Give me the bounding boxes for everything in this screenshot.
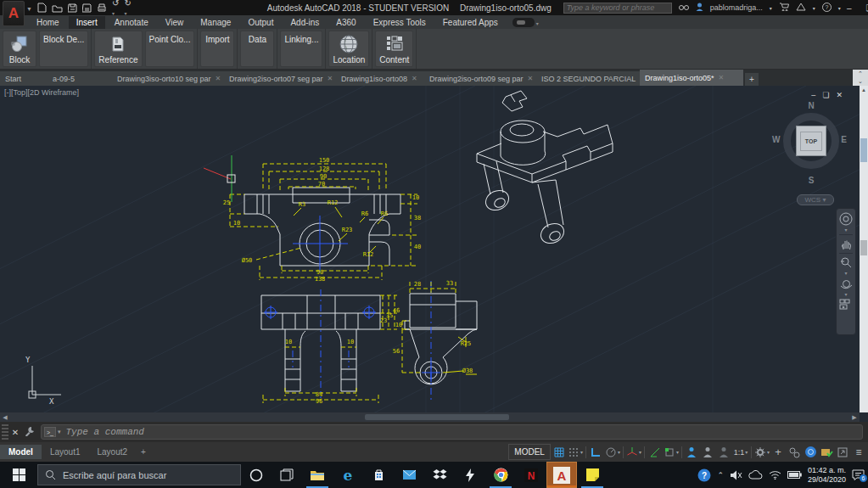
tab-close-icon[interactable]: ✕ xyxy=(328,75,333,82)
ribbon-tab-annotate[interactable]: Annotate xyxy=(107,16,156,29)
taskbar-search-box[interactable]: Escribe aquí para buscar xyxy=(37,464,241,485)
file-tab-drawing1iso-orto08[interactable]: Drawing1iso-orto08✕ xyxy=(336,71,424,86)
wifi-icon[interactable] xyxy=(769,470,781,480)
polar-tracking-icon[interactable]: ▾ xyxy=(605,444,620,460)
zoom-caret-icon[interactable]: ▾ xyxy=(844,272,847,275)
vertical-scroll-thumb[interactable] xyxy=(860,138,867,162)
plot-icon[interactable] xyxy=(97,3,107,13)
viewcube-north[interactable]: N xyxy=(773,101,849,110)
snap-mode-icon[interactable]: ▾ xyxy=(568,444,583,460)
hardware-acceleration-icon[interactable] xyxy=(803,444,818,460)
annotation-autoscale-icon[interactable] xyxy=(701,444,716,460)
point-cloud-button[interactable]: Point Clo... xyxy=(145,31,195,67)
file-tab-start[interactable]: Start xyxy=(0,71,48,86)
command-customize-wrench-icon[interactable] xyxy=(22,426,37,438)
layout-tab-layout2[interactable]: Layout2 xyxy=(88,445,136,459)
file-tab-drawing3iso-orto10[interactable]: Drawing3iso-orto10 seg par✕ xyxy=(112,71,224,86)
wheel-caret-icon[interactable]: ▾ xyxy=(844,228,847,232)
ribbon-tab-output[interactable]: Output xyxy=(240,16,281,29)
zoom-magnifier-icon[interactable] xyxy=(840,256,853,269)
new-tab-button[interactable]: + xyxy=(745,73,759,86)
onedrive-cloud-icon[interactable] xyxy=(748,470,763,480)
maximize-button[interactable]: ❏ xyxy=(861,3,868,13)
open-file-icon[interactable] xyxy=(52,3,63,13)
save-as-icon[interactable] xyxy=(82,3,92,13)
volume-muted-icon[interactable] xyxy=(730,470,742,480)
drawing-svg[interactable]: Y X 15012890702510R3R12R6R6R23R12Ø501038… xyxy=(0,86,868,422)
layout-tab-layout1[interactable]: Layout1 xyxy=(42,445,89,459)
ribbon-tab-insert[interactable]: Insert xyxy=(69,16,105,29)
file-tab-drawing2iso-orto07[interactable]: Drawing2iso-orto07 seg par✕ xyxy=(224,71,336,86)
horizontal-scroll-thumb[interactable] xyxy=(365,414,509,420)
save-icon[interactable] xyxy=(68,3,77,13)
layout-tab-model[interactable]: Model xyxy=(0,445,42,459)
tray-expand-chevron-icon[interactable]: ⌃ xyxy=(717,471,724,480)
customization-menu-icon[interactable]: ≡ xyxy=(851,444,866,460)
trusted-autodesk-icon[interactable] xyxy=(819,444,834,460)
file-tab-drawing1iso-orto05[interactable]: Drawing1iso-orto05*✕ xyxy=(640,70,743,86)
annotation-scale-person-icon[interactable] xyxy=(717,444,732,460)
user-name[interactable]: pablomadriga... xyxy=(710,3,763,12)
clean-screen-icon[interactable] xyxy=(835,444,850,460)
signin-user-icon[interactable] xyxy=(696,3,703,13)
ortho-mode-icon[interactable] xyxy=(589,444,604,460)
tab-close-icon[interactable]: ✕ xyxy=(719,74,725,81)
tab-close-icon[interactable]: ✕ xyxy=(528,75,534,82)
model-space-toggle[interactable]: MODEL xyxy=(508,444,551,460)
start-button[interactable] xyxy=(0,462,37,488)
search-binoculars-icon[interactable] xyxy=(679,3,689,13)
command-line-grip[interactable] xyxy=(2,424,8,440)
viewport-close-icon[interactable]: ✕ xyxy=(836,91,843,99)
minimize-button[interactable]: – xyxy=(841,3,858,13)
import-button[interactable]: Import xyxy=(200,31,234,67)
taskbar-clock[interactable]: 01:42 a. m. 29/04/2020 xyxy=(808,466,846,485)
redo-icon[interactable]: ↻ ▾ xyxy=(124,0,131,17)
annotation-scale-value[interactable]: 1:1▾ xyxy=(733,444,748,460)
tab-overflow-icon[interactable]: ⌃⌄ xyxy=(853,70,868,86)
file-tab-drawing2iso-orto09[interactable]: Drawing2iso-orto09 seg par✕ xyxy=(424,71,536,86)
showmotion-icon[interactable] xyxy=(839,299,853,310)
viewcube-south[interactable]: S xyxy=(773,176,849,185)
user-caret-icon[interactable]: ▾ xyxy=(770,5,772,11)
isolate-objects-icon[interactable] xyxy=(787,444,802,460)
netflix-button[interactable]: N xyxy=(516,462,546,488)
scroll-up-icon[interactable]: ▲ xyxy=(860,86,868,94)
action-center-button[interactable]: 6 xyxy=(852,469,865,480)
model-space-canvas[interactable]: Y X 15012890702510R3R12R6R6R23R12Ø501038… xyxy=(0,86,868,422)
viewcube-west[interactable]: W xyxy=(772,135,780,144)
tab-close-icon[interactable]: ✕ xyxy=(216,75,221,82)
undo-icon[interactable]: ↺ ▾ xyxy=(112,0,119,17)
file-explorer-button[interactable] xyxy=(302,462,333,488)
workspace-gear-icon[interactable]: ▾ xyxy=(754,444,770,460)
application-menu-caret-icon[interactable]: ▼ xyxy=(26,6,32,12)
orbit-caret-icon[interactable]: ▾ xyxy=(844,293,847,296)
linking-button[interactable]: Linking... xyxy=(280,31,322,67)
ribbon-tab-a360[interactable]: A360 xyxy=(328,16,363,29)
scroll-right-icon[interactable]: ▶ xyxy=(849,414,860,421)
file-tab-a-09-5[interactable]: a-09-5 xyxy=(48,71,112,86)
chrome-button[interactable] xyxy=(485,462,516,488)
horizontal-scrollbar[interactable]: ◀ ▶ xyxy=(0,412,860,422)
ribbon-options-caret-icon[interactable]: ▾ xyxy=(536,20,539,26)
microsoft-store-button[interactable] xyxy=(363,462,394,488)
scroll-left-icon[interactable]: ◀ xyxy=(0,414,10,421)
new-file-icon[interactable] xyxy=(37,3,47,13)
store-cart-icon[interactable] xyxy=(779,3,789,13)
new-layout-button[interactable]: + xyxy=(136,447,151,457)
viewcube-east[interactable]: E xyxy=(841,135,847,144)
help-tray-icon[interactable]: ? xyxy=(697,468,711,482)
application-menu-button[interactable]: A xyxy=(3,1,25,26)
plus-icon[interactable]: + xyxy=(770,444,786,460)
a360-icon[interactable] xyxy=(796,3,806,13)
command-input[interactable]: >_ ▾ Type a command xyxy=(41,424,863,440)
ribbon-tab-view[interactable]: View xyxy=(158,16,192,29)
annotation-visibility-icon[interactable] xyxy=(685,444,700,460)
wcs-menu[interactable]: WCS ▾ xyxy=(797,194,834,205)
connect-icon[interactable] xyxy=(512,18,535,27)
mail-button[interactable] xyxy=(394,462,424,488)
a360-caret-icon[interactable]: ▾ xyxy=(813,5,815,11)
orbit-icon[interactable] xyxy=(840,278,853,290)
edge-button[interactable]: e xyxy=(333,462,363,488)
ribbon-tab-manage[interactable]: Manage xyxy=(193,16,238,29)
object-snap-icon[interactable]: ▾ xyxy=(664,444,679,460)
